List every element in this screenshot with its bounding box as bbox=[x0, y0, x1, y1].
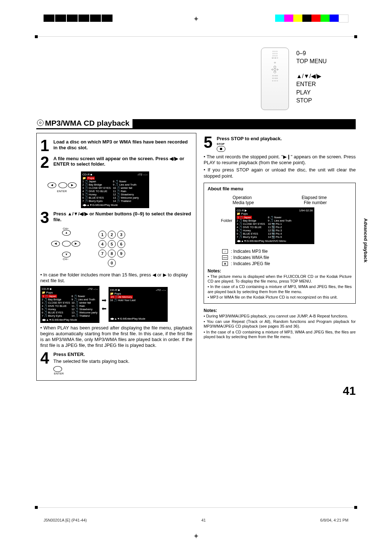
step-3-text: Press ▲/▼/◀/▶ or Number buttons (0–9) to… bbox=[53, 210, 192, 225]
mp3-icon: ♪ bbox=[222, 249, 228, 254]
section-title-text: MP3/WMA CD playback bbox=[45, 119, 130, 127]
about-notes-title: Notes: bbox=[208, 268, 352, 274]
arrow-left-icon bbox=[102, 305, 106, 312]
step-4-title: Press ENTER. bbox=[53, 351, 130, 357]
label-enter: ENTER bbox=[296, 80, 327, 88]
file-menu-screen-c: CD-R ▶1/94 02:36 📁 Pops 1 🎵 Japan 2 🎵 Ba… bbox=[235, 207, 314, 244]
page-frame: ○ ○ ○○ ○ ○○ ○ ○⬭ ⬭ ○ ⬭ ◯◁ ◯ ▷◯ ⬭ ⬭ ⬭⬭ ⬭ … bbox=[36, 36, 356, 508]
label-folder: Folder bbox=[208, 217, 232, 224]
dpad-diagram: ◀ ▶ ENTER bbox=[48, 174, 77, 196]
enter-label: ENTER bbox=[57, 190, 67, 193]
label-top-menu: TOP MENU bbox=[296, 57, 327, 65]
page-number: 41 bbox=[36, 384, 356, 398]
step-2-text: A file menu screen will appear on the sc… bbox=[53, 155, 192, 170]
step-number-1: 1 bbox=[40, 138, 50, 153]
step-number-3: 3 bbox=[40, 210, 50, 225]
footer-left: J5N00201A [E] (P41-44) bbox=[44, 518, 87, 522]
step-1-text: Load a disc on which MP3 or WMA files ha… bbox=[53, 138, 192, 153]
file-menu-screen-a: CD-R ■-/72 --:-- 📁 Pops 1 🎵 Japan 2 🎵 Ba… bbox=[81, 171, 149, 208]
label-stop: STOP bbox=[296, 97, 327, 105]
jpeg-icon: ◉ bbox=[222, 262, 228, 266]
about-file-menu-box: About file menu Operation Elapsed time M… bbox=[204, 183, 356, 304]
step-number-5: 5 bbox=[204, 135, 214, 152]
wma-icon: wma bbox=[222, 255, 228, 260]
footer-center: 41 bbox=[201, 518, 206, 522]
page-footer: J5N00201A [E] (P41-44) 41 6/8/04, 4:21 P… bbox=[44, 518, 348, 522]
label-media-type: Media type bbox=[233, 200, 254, 205]
stop-label: STOP bbox=[217, 142, 282, 146]
indicator-jpeg: : Indicates JPEG file bbox=[231, 261, 270, 266]
stop-button-icon bbox=[217, 146, 225, 152]
file-menu-screen-right: CD-R ■-/72 --:-- 📁 Pops 15 🎵 All Memory … bbox=[109, 287, 168, 322]
cd-icon bbox=[37, 119, 44, 126]
label-elapsed-time: Elapsed time bbox=[302, 195, 327, 200]
about-notes-list: • The picture menu is displayed when the… bbox=[208, 274, 352, 300]
external-notes-list: • During MP3/WMA/JPEG playback, you cann… bbox=[204, 314, 356, 339]
file-menu-screen-left: CD-R ■-/72 --:-- 📁 Pops 1 🎵 Japan 2 🎵 Ba… bbox=[40, 286, 99, 323]
right-column: 5 Press STOP to end playback. STOP The u… bbox=[204, 133, 356, 381]
step-3-play-note: When PLAY has been pressed after display… bbox=[40, 325, 192, 349]
remote-control-diagram: ○ ○ ○○ ○ ○○ ○ ○⬭ ⬭ ○ ⬭ ◯◁ ◯ ▷◯ ⬭ ⬭ ⬭⬭ ⬭ … bbox=[261, 48, 289, 110]
indicator-mp3: : Indicates MP3 file bbox=[231, 249, 268, 254]
label-0-9: 0–9 bbox=[296, 49, 327, 57]
arrow-right-icon bbox=[102, 297, 106, 304]
footer-right: 6/8/04, 4:21 PM bbox=[320, 518, 348, 522]
dpad-full-diagram: ▲ CH+ ◀ ▶ ▼ CH− bbox=[51, 230, 80, 259]
enter-button-diagram bbox=[53, 366, 62, 372]
step-number-2: 2 bbox=[40, 155, 50, 170]
about-title: About file menu bbox=[208, 186, 352, 191]
crop-mark-icon: ✦ bbox=[193, 15, 199, 23]
number-pad-diagram: 123 456 789 0 bbox=[98, 231, 125, 267]
step-5-title: Press STOP to end playback. bbox=[217, 135, 282, 142]
external-notes-title: Notes: bbox=[204, 308, 356, 313]
label-operation: Operation bbox=[233, 195, 252, 200]
side-tab: Advanced playback bbox=[363, 218, 368, 262]
remote-labels: 0–9 TOP MENU ▲/▼/◀/▶ ENTER PLAY STOP bbox=[296, 48, 327, 110]
label-file-number: File number bbox=[304, 200, 327, 205]
left-column: 1 Load a disc on which MP3 or WMA files … bbox=[36, 133, 196, 381]
crop-mark-bottom-icon: ✦ bbox=[193, 532, 199, 540]
step-4-body: The selected file starts playing back. bbox=[53, 358, 130, 364]
section-heading: MP3/WMA CD playback bbox=[36, 119, 356, 129]
indicator-wma: : Indicates WMA file bbox=[231, 255, 269, 260]
label-nav: ▲/▼/◀/▶ bbox=[296, 72, 327, 80]
step-number-4: 4 bbox=[40, 351, 50, 375]
resume-note-1: The unit records the stopped point. "▶❙"… bbox=[204, 154, 356, 166]
resume-note-2: If you press STOP again or unload the di… bbox=[204, 167, 356, 179]
step-3-note: In case the folder includes more than 15… bbox=[40, 272, 192, 284]
label-play: PLAY bbox=[296, 89, 327, 97]
